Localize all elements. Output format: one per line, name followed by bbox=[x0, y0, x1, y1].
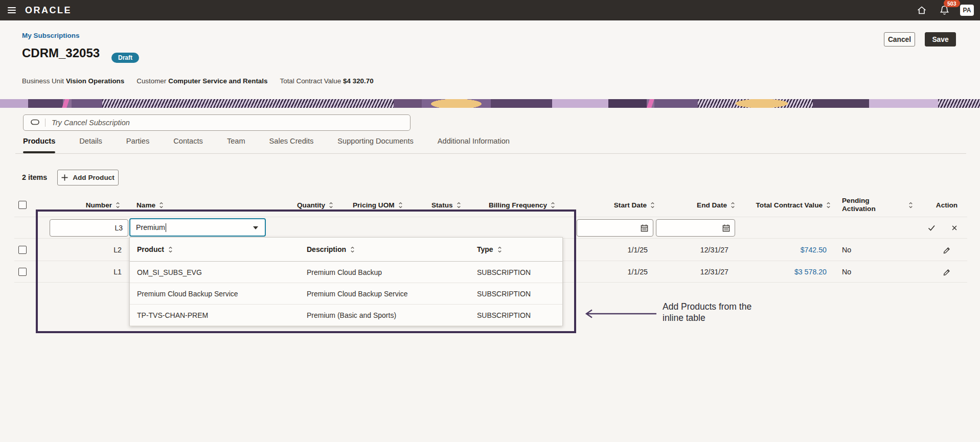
meta-customer: CustomerComputer Service and Rentals bbox=[136, 77, 267, 85]
tab-team[interactable]: Team bbox=[227, 137, 245, 153]
search-placeholder[interactable]: Try Cancel Subscription bbox=[52, 119, 130, 127]
annotation-arrow bbox=[582, 308, 658, 322]
banner-shape bbox=[62, 99, 70, 108]
tab-bar: Products Details Parties Contacts Team S… bbox=[23, 137, 510, 153]
sort-icon bbox=[908, 202, 913, 208]
banner-shape bbox=[647, 99, 654, 108]
header-meta: Business UnitVision Operations CustomerC… bbox=[22, 77, 374, 85]
bell-icon[interactable]: 503 bbox=[938, 4, 951, 17]
home-icon[interactable] bbox=[915, 4, 928, 17]
number-input[interactable] bbox=[50, 219, 128, 237]
row-checkbox[interactable] bbox=[18, 246, 27, 254]
page-header: My Subscriptions CDRM_32053 Draft Busine… bbox=[0, 20, 980, 99]
sort-icon bbox=[168, 246, 173, 253]
plus-icon bbox=[61, 174, 68, 181]
assistant-search-bar[interactable]: Try Cancel Subscription bbox=[23, 114, 411, 131]
product-name-combobox[interactable]: Premium bbox=[129, 218, 266, 237]
column-header-status[interactable]: Status bbox=[421, 201, 480, 209]
page-title: CDRM_32053 bbox=[22, 46, 100, 60]
add-product-button[interactable]: Add Product bbox=[57, 170, 119, 185]
column-header-billing-frequency[interactable]: Billing Frequency bbox=[480, 201, 573, 209]
row-checkbox[interactable] bbox=[18, 268, 27, 276]
avatar[interactable]: PA bbox=[960, 5, 974, 16]
calendar-icon[interactable] bbox=[641, 224, 648, 232]
cell-total-contract-value[interactable]: $3 578.20 bbox=[736, 268, 842, 276]
chevron-down-icon[interactable] bbox=[253, 226, 258, 229]
banner-shape bbox=[72, 99, 102, 108]
banner-shape bbox=[869, 99, 938, 108]
column-header-pending-activation[interactable]: Pending Activation bbox=[842, 197, 926, 213]
decorative-banner bbox=[0, 99, 980, 108]
dropdown-header-row: Product Description Type bbox=[130, 238, 562, 262]
column-header-end-date[interactable]: End Date bbox=[657, 201, 736, 209]
tab-products[interactable]: Products bbox=[23, 137, 55, 153]
column-header-total-contract-value[interactable]: Total Contract Value bbox=[736, 201, 842, 209]
tab-parties[interactable]: Parties bbox=[126, 137, 149, 153]
dropdown-option[interactable]: OM_SI_SUBS_EVG Premium Cloud Backup SUBS… bbox=[130, 262, 562, 283]
banner-shape bbox=[552, 99, 608, 108]
tab-contacts[interactable]: Contacts bbox=[173, 137, 203, 153]
cell-end-date: 12/31/27 bbox=[657, 246, 736, 254]
select-all-checkbox[interactable] bbox=[18, 201, 27, 209]
column-header-pricing-uom[interactable]: Pricing UOM bbox=[352, 201, 421, 209]
calendar-icon[interactable] bbox=[722, 224, 730, 232]
end-date-input[interactable] bbox=[656, 219, 722, 237]
column-header-start-date[interactable]: Start Date bbox=[573, 201, 657, 209]
meta-business-unit: Business UnitVision Operations bbox=[22, 77, 124, 85]
inline-edit-row: Premium bbox=[14, 217, 967, 239]
cancel-button[interactable]: Cancel bbox=[884, 32, 915, 46]
cell-pending-activation: No bbox=[842, 268, 926, 276]
banner-shape bbox=[491, 99, 552, 108]
annotation-text: Add Products from the inline table bbox=[663, 301, 751, 323]
status-badge: Draft bbox=[111, 53, 139, 63]
save-button[interactable]: Save bbox=[925, 32, 956, 46]
tab-additional-information[interactable]: Additional Information bbox=[438, 137, 510, 153]
hamburger-icon[interactable] bbox=[8, 7, 16, 13]
top-bar: ORACLE 503 PA bbox=[0, 0, 980, 20]
cell-pending-activation: No bbox=[842, 246, 926, 254]
start-date-input[interactable] bbox=[577, 219, 641, 237]
dropdown-option[interactable]: Premium Cloud Backup Service Premium Clo… bbox=[130, 283, 562, 305]
edit-pencil-icon[interactable] bbox=[926, 267, 967, 276]
cell-number: L2 bbox=[35, 246, 124, 254]
breadcrumb[interactable]: My Subscriptions bbox=[22, 32, 80, 39]
dropdown-column-description[interactable]: Description bbox=[300, 245, 470, 253]
tab-sales-credits[interactable]: Sales Credits bbox=[269, 137, 314, 153]
items-count: 2 items bbox=[22, 173, 47, 181]
banner-shape bbox=[608, 99, 647, 108]
column-header-action: Action bbox=[926, 201, 967, 209]
tab-details[interactable]: Details bbox=[79, 137, 102, 153]
confirm-check-icon[interactable] bbox=[927, 224, 936, 232]
dropdown-column-type[interactable]: Type bbox=[470, 245, 563, 253]
edit-pencil-icon[interactable] bbox=[926, 245, 967, 254]
banner-shape bbox=[726, 99, 797, 108]
cancel-x-icon[interactable] bbox=[951, 224, 958, 231]
sort-icon bbox=[116, 202, 120, 208]
column-header-quantity[interactable]: Quantity bbox=[288, 201, 352, 209]
sort-icon bbox=[551, 202, 555, 208]
banner-shape bbox=[102, 99, 394, 108]
assistant-pill-icon bbox=[31, 118, 40, 127]
cell-start-date: 1/1/25 bbox=[573, 268, 657, 276]
table-header-row: Number Name Quantity Pricing UOM Status … bbox=[14, 193, 967, 217]
oracle-logo: ORACLE bbox=[25, 5, 72, 16]
start-date-field[interactable] bbox=[577, 219, 653, 237]
tab-divider bbox=[15, 153, 966, 154]
end-date-field[interactable] bbox=[656, 219, 735, 237]
notification-count-badge[interactable]: 503 bbox=[944, 0, 960, 7]
column-header-name[interactable]: Name bbox=[124, 201, 288, 209]
topbar-actions: 503 PA bbox=[915, 0, 974, 20]
tab-supporting-documents[interactable]: Supporting Documents bbox=[337, 137, 413, 153]
text-cursor bbox=[166, 223, 167, 232]
cell-number: L1 bbox=[35, 268, 124, 276]
sort-icon bbox=[826, 202, 831, 208]
cell-total-contract-value[interactable]: $742.50 bbox=[736, 246, 842, 254]
banner-shape bbox=[394, 99, 422, 108]
dropdown-option[interactable]: TP-TVS-CHAN-PREM Premium (Basic and Spor… bbox=[130, 305, 562, 326]
product-dropdown-panel: Product Description Type OM_SI_SUBS_EVG … bbox=[129, 237, 563, 326]
column-header-number[interactable]: Number bbox=[35, 201, 124, 209]
cell-start-date: 1/1/25 bbox=[573, 246, 657, 254]
sort-icon bbox=[398, 202, 403, 208]
dropdown-column-product[interactable]: Product bbox=[130, 245, 300, 253]
banner-shape bbox=[28, 99, 63, 108]
